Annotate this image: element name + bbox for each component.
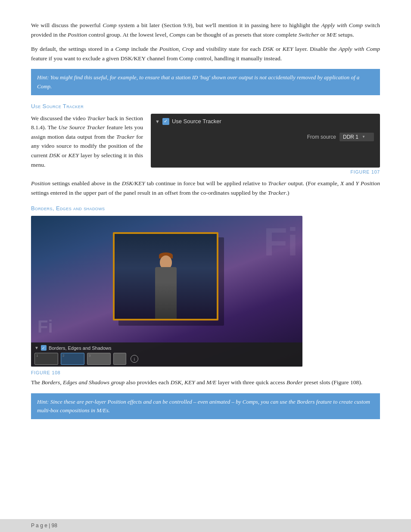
slot-3-number: 3: [89, 354, 90, 358]
tracker-expand-arrow[interactable]: ▼: [155, 119, 160, 124]
hint-text-2: Hint: Since these are per-layer Position…: [37, 398, 370, 414]
bg-logo-decoration: Fi: [37, 317, 53, 336]
tracker-source-label: From source: [307, 134, 336, 140]
slot-1-number: 1: [36, 354, 38, 358]
border-slot-3[interactable]: 3: [87, 353, 111, 365]
hint-text-1: Hint: You might find this useful, for ex…: [37, 74, 359, 89]
page-footer: P a g e | 98: [0, 519, 411, 532]
tracker-ui-container: ▼ ✓ Use Source Tracker From source DDR 1…: [151, 114, 380, 175]
screenshot-image: Fi Fi ▼ ✓ Borders, Edges and Shadows: [31, 216, 302, 367]
tracker-top-row: ▼ ✓ Use Source Tracker: [155, 118, 374, 125]
tracker-ui-panel: ▼ ✓ Use Source Tracker From source DDR 1: [151, 114, 380, 168]
paragraph-borders: The Borders, Edges and Shadows group als…: [31, 378, 380, 387]
paragraph-1: We will discuss the powerful Comp system…: [31, 21, 380, 39]
border-slots: 1 2 3 i: [34, 353, 299, 365]
figure-107-label: FIGURE 107: [151, 169, 380, 174]
screenshot-container: Fi Fi ▼ ✓ Borders, Edges and Shadows: [31, 216, 380, 367]
tracker-source-dropdown[interactable]: DDR 1: [339, 133, 374, 141]
tracker-source-row: From source DDR 1: [155, 133, 374, 141]
bg-text-decoration: Fi: [264, 220, 298, 264]
border-slot-1[interactable]: 1: [34, 353, 58, 365]
position-text: Position settings enabled above in the D…: [31, 179, 380, 197]
borders-expand-arrow[interactable]: ▼: [34, 345, 39, 350]
figure-108-label: FIGURE 108: [31, 370, 380, 375]
page-number: P a g e | 98: [31, 523, 57, 529]
tracker-label: Use Source Tracker: [172, 118, 221, 124]
borders-panel: ▼ ✓ Borders, Edges and Shadows 1 2 3 i: [31, 342, 302, 367]
tracker-source-value: DDR 1: [343, 134, 358, 140]
two-col-tracker: We discussed the video Tracker back in S…: [31, 114, 380, 175]
gold-border-rect: [113, 232, 218, 320]
borders-panel-top: ▼ ✓ Borders, Edges and Shadows: [34, 345, 299, 351]
section-heading-tracker: Use Source Tracker: [31, 103, 380, 109]
hint-box-2: Hint: Since these are per-layer Position…: [31, 393, 380, 419]
info-icon[interactable]: i: [131, 355, 138, 363]
border-slot-preview: [113, 353, 126, 365]
hint-box-1: Hint: You might find this useful, for ex…: [31, 69, 380, 95]
section-heading-borders: Borders, Edges and shadows: [31, 205, 380, 212]
border-slot-2[interactable]: 2: [61, 353, 84, 365]
paragraph-2: By default, the settings stored in a Com…: [31, 44, 380, 63]
borders-checkbox[interactable]: ✓: [41, 345, 47, 351]
slot-2-number: 2: [62, 354, 64, 358]
tracker-description: We discussed the video Tracker back in S…: [31, 114, 143, 175]
page-container: We will discuss the powerful Comp system…: [0, 0, 411, 532]
tracker-checkbox[interactable]: ✓: [162, 118, 169, 125]
borders-panel-label: Borders, Edges and Shadows: [49, 345, 112, 351]
